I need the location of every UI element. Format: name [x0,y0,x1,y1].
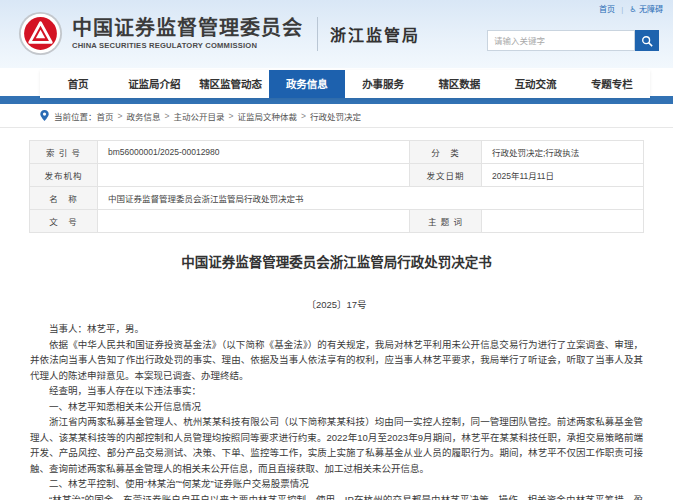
document-paragraph: “林某治”的国金、东莞证券账户自开户以来主要由林艺平控制、使用，IP在杭州的交易… [30,492,643,500]
breadcrumb-doc-genre[interactable]: 证监局文种体裁 [237,110,297,122]
accessibility-icon: ♿ [630,5,637,14]
org-name-en: CHINA SECURITIES REGULATORY COMMISSION [72,41,303,50]
meta-name-label: 名 称 [30,187,98,210]
document-paragraph: 依据《中华人民共和国证券投资基金法》（以下简称《基金法》）的有关规定，我局对林艺… [30,337,643,384]
nav-item-regulatory-news[interactable]: 辖区监管动态 [193,70,269,98]
org-name-cn: 中国证券监督管理委员会 [72,17,303,39]
nav-item-district-data[interactable]: 辖区数据 [421,70,497,98]
meta-docno-value [98,210,410,233]
brand-divider [317,17,318,51]
search-bar [487,30,659,51]
nav-item-gov-info[interactable]: 政务信息 [269,70,345,98]
breadcrumb-open-directory[interactable]: 主动公开目录 [173,110,224,122]
document-body: 中国证券监督管理委员会浙江监管局行政处罚决定书 〔2025〕17号 当事人：林艺… [0,251,673,500]
search-input[interactable] [487,30,635,51]
document-paragraph: 当事人：林艺平，男。 [30,321,643,337]
breadcrumb-separator: > [301,111,306,121]
breadcrumb-separator: > [118,111,123,121]
brand: 中国证券监督管理委员会 CHINA SECURITIES REGULATORY … [18,11,420,56]
table-row: 索 引 号 bm56000001/2025-00012980 分 类 行政处罚决… [30,141,644,164]
breadcrumb-penalty-decision[interactable]: 行政处罚决定 [310,110,361,122]
meta-subject-value [482,210,644,233]
document-paragraph: 一、林艺平知悉相关未公开信息情况 [30,399,643,415]
topbar-divider: | [621,5,623,14]
meta-index-value: bm56000001/2025-00012980 [98,141,410,164]
breadcrumb-separator: > [165,111,170,121]
csrc-logo-icon [18,11,63,56]
site-header: 首页 | ♿ 无障碍 中国证券监督管理委员会 CHINA SECURITIES … [0,0,673,68]
nav-item-interaction[interactable]: 互动交流 [498,70,574,98]
meta-category-value: 行政处罚决定;行政执法 [482,141,644,164]
org-title-block: 中国证券监督管理委员会 CHINA SECURITIES REGULATORY … [72,17,303,50]
document-meta-table: 索 引 号 bm56000001/2025-00012980 分 类 行政处罚决… [29,140,644,233]
nav-item-bureau-intro[interactable]: 证监局介绍 [116,70,192,98]
search-button[interactable] [635,30,659,51]
bureau-name: 浙江监管局 [330,22,420,46]
document-paragraph: 浙江省内两家私募基金管理人、杭州某某科技有限公司（以下简称某某科技）均由同一实控… [30,414,643,476]
table-row: 文 号 主 题 词 [30,210,644,233]
nav-card: 首页 证监局介绍 辖区监管动态 政务信息 办事服务 辖区数据 互动交流 专题专栏 [40,70,650,98]
search-icon [641,35,653,47]
document-paragraph: 经查明，当事人存在以下违法事实： [30,383,643,399]
meta-index-label: 索 引 号 [30,141,98,164]
document-number: 〔2025〕17号 [30,297,643,311]
breadcrumb-separator: > [229,111,234,121]
meta-docno-label: 文 号 [30,210,98,233]
location-pin-icon [40,110,49,121]
nav-item-services[interactable]: 办事服务 [345,70,421,98]
breadcrumb-gov-info[interactable]: 政务信息 [127,110,161,122]
breadcrumb: 当前位置： 首页 > 政务信息 > 主动公开目录 > 证监局文种体裁 > 行政处… [0,104,673,128]
document-paragraphs: 当事人：林艺平，男。 依据《中华人民共和国证券投资基金法》（以下简称《基金法》）… [30,321,643,500]
meta-subject-label: 主 题 词 [410,210,482,233]
accessibility-link[interactable]: 无障碍 [639,5,663,14]
table-row: 名 称 中国证券监督管理委员会浙江监管局行政处罚决定书 [30,187,644,210]
breadcrumb-home[interactable]: 首页 [97,110,114,122]
topbar-home-link[interactable]: 首页 [599,5,615,14]
main-nav: 首页 证监局介绍 辖区监管动态 政务信息 办事服务 辖区数据 互动交流 专题专栏 [0,68,673,104]
breadcrumb-label: 当前位置： [54,110,97,122]
meta-issuer-value [98,164,410,187]
meta-category-label: 分 类 [410,141,482,164]
page: 首页 | ♿ 无障碍 中国证券监督管理委员会 CHINA SECURITIES … [0,0,673,500]
document-paragraph: 二、林艺平控制、使用“林某治”“何某龙”证券账户交易股票情况 [30,476,643,492]
nav-item-home[interactable]: 首页 [40,70,116,98]
meta-date-value: 2025年11月11日 [482,164,644,187]
nav-item-special-topics[interactable]: 专题专栏 [574,70,650,98]
meta-date-label: 发文日期 [410,164,482,187]
utility-bar: 首页 | ♿ 无障碍 [599,3,663,14]
table-row: 发布机构 发文日期 2025年11月11日 [30,164,644,187]
meta-name-value: 中国证券监督管理委员会浙江监管局行政处罚决定书 [98,187,644,210]
meta-issuer-label: 发布机构 [30,164,98,187]
page-title: 中国证券监督管理委员会浙江监管局行政处罚决定书 [30,251,643,271]
